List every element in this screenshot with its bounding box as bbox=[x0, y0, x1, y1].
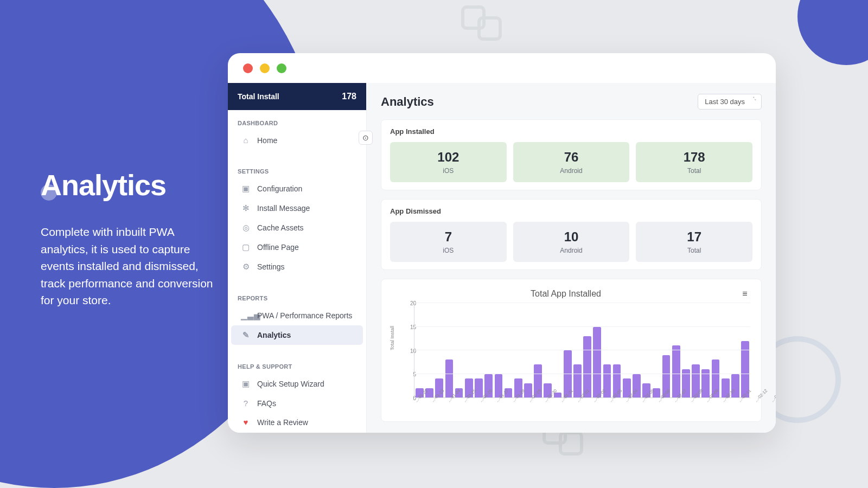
chart-ylabel: Total Install bbox=[390, 326, 395, 350]
message-icon: ✻ bbox=[241, 203, 251, 213]
chart-icon: ▁▃▅ bbox=[241, 311, 251, 320]
chart-menu-button[interactable]: ≡ bbox=[739, 289, 750, 299]
stat-total-installed: 178Total bbox=[636, 142, 752, 182]
date-range-select[interactable]: Last 30 days bbox=[698, 94, 762, 110]
chart-title: Total App Installed bbox=[392, 289, 739, 299]
maximize-icon[interactable] bbox=[277, 63, 286, 73]
chart-card: Total App Installed ≡ Total Install 0510… bbox=[381, 279, 762, 422]
marketing-title: Analytics bbox=[41, 168, 220, 202]
card-title: App Installed bbox=[390, 127, 752, 136]
total-install-label: Total Install bbox=[238, 92, 279, 101]
chart-bar[interactable] bbox=[672, 345, 680, 397]
sidebar-item-configuration[interactable]: ▣Configuration bbox=[231, 179, 363, 198]
close-icon[interactable] bbox=[243, 63, 253, 73]
sidebar-heading-help: HELP & SUPPORT bbox=[228, 359, 366, 374]
sidebar-heading-reports: REPORTS bbox=[228, 291, 366, 306]
sidebar-heading-dashboard: DASHBOARD bbox=[228, 115, 366, 131]
chart-xaxis: ...-01-22...-01-23...-01-24...-01-25...-… bbox=[414, 400, 750, 409]
sidebar-item-faqs[interactable]: ?FAQs bbox=[231, 394, 363, 413]
sidebar-item-pwa-reports[interactable]: ▁▃▅PWA / Performance Reports bbox=[231, 306, 363, 325]
sidebar-item-label: Cache Assets bbox=[257, 223, 304, 232]
app-dismissed-card: App Dismissed 7iOS 10Android 17Total bbox=[381, 199, 762, 270]
sidebar-item-label: Configuration bbox=[257, 184, 302, 193]
sidebar-item-label: Settings bbox=[257, 262, 285, 271]
collapse-sidebar-button[interactable]: ⊙ bbox=[359, 131, 373, 145]
sidebar-item-label: FAQs bbox=[257, 399, 276, 408]
cache-icon: ◎ bbox=[241, 223, 251, 233]
app-body: Total Install 178 ⊙ DASHBOARD ⌂ Home SET… bbox=[228, 83, 776, 433]
sidebar-item-label: PWA / Performance Reports bbox=[257, 311, 352, 320]
minimize-icon[interactable] bbox=[260, 63, 270, 73]
marketing-body: Complete with inbuilt PWA analytics, it … bbox=[41, 223, 220, 309]
app-window: Total Install 178 ⊙ DASHBOARD ⌂ Home SET… bbox=[228, 53, 776, 433]
sidebar-item-write-review[interactable]: ♥Write a Review bbox=[231, 413, 363, 432]
main-header: Analytics Last 30 days bbox=[381, 94, 762, 110]
sidebar-item-settings[interactable]: ⚙Settings bbox=[231, 257, 363, 277]
stat-ios-installed: 102iOS bbox=[390, 142, 507, 182]
chart-bar[interactable] bbox=[593, 327, 601, 398]
sidebar-item-label: Offline Page bbox=[257, 243, 299, 252]
chart-xtick: ...-02-12 bbox=[754, 388, 772, 407]
sidebar-item-offline-page[interactable]: ▢Offline Page bbox=[231, 237, 363, 257]
help-icon: ? bbox=[241, 399, 251, 408]
card-title: App Dismissed bbox=[390, 207, 752, 215]
analytics-icon: ✎ bbox=[241, 330, 251, 340]
chart-body: Total Install 05101520 ...-01-22...-01-2… bbox=[392, 303, 750, 412]
stat-total-dismissed: 17Total bbox=[636, 222, 752, 262]
stat-android-dismissed: 10Android bbox=[513, 222, 630, 262]
window-titlebar bbox=[228, 53, 776, 83]
total-install-banner: Total Install 178 bbox=[228, 83, 366, 110]
chart-xtick: ...-02-13 bbox=[770, 388, 776, 407]
sidebar-item-label: Install Message bbox=[257, 204, 310, 213]
marketing-panel: Analytics Complete with inbuilt PWA anal… bbox=[41, 168, 220, 309]
accent-dot bbox=[41, 184, 57, 201]
app-installed-card: App Installed 102iOS 76Android 178Total bbox=[381, 119, 762, 190]
sidebar: Total Install 178 ⊙ DASHBOARD ⌂ Home SET… bbox=[228, 83, 367, 433]
main-content: Analytics Last 30 days App Installed 102… bbox=[367, 83, 776, 433]
home-icon: ⌂ bbox=[241, 136, 251, 145]
bg-corner bbox=[797, 0, 868, 65]
sidebar-item-cache-assets[interactable]: ◎Cache Assets bbox=[231, 218, 363, 237]
heart-icon: ♥ bbox=[241, 418, 251, 427]
bg-link-icon bbox=[461, 5, 510, 43]
page-title: Analytics bbox=[381, 95, 434, 109]
sidebar-item-label: Analytics bbox=[257, 331, 291, 339]
sidebar-item-label: Quick Setup Wizard bbox=[257, 380, 324, 388]
total-install-value: 178 bbox=[342, 92, 356, 101]
sidebar-item-label: Home bbox=[257, 136, 277, 145]
sidebar-item-label: Write a Review bbox=[257, 418, 308, 427]
config-icon: ▣ bbox=[241, 184, 251, 194]
wizard-icon: ▣ bbox=[241, 379, 251, 389]
sidebar-heading-settings: SETTINGS bbox=[228, 164, 366, 179]
chart-bar[interactable] bbox=[445, 359, 454, 397]
sidebar-item-analytics[interactable]: ✎Analytics bbox=[231, 325, 363, 345]
sidebar-item-quick-setup[interactable]: ▣Quick Setup Wizard bbox=[231, 374, 363, 394]
stat-ios-dismissed: 7iOS bbox=[390, 222, 507, 262]
sidebar-item-home[interactable]: ⌂ Home bbox=[231, 131, 363, 150]
gear-icon: ⚙ bbox=[241, 262, 251, 272]
stat-android-installed: 76Android bbox=[513, 142, 630, 182]
chart-plot bbox=[414, 303, 750, 398]
sidebar-item-install-message[interactable]: ✻Install Message bbox=[231, 198, 363, 218]
offline-icon: ▢ bbox=[241, 242, 251, 252]
